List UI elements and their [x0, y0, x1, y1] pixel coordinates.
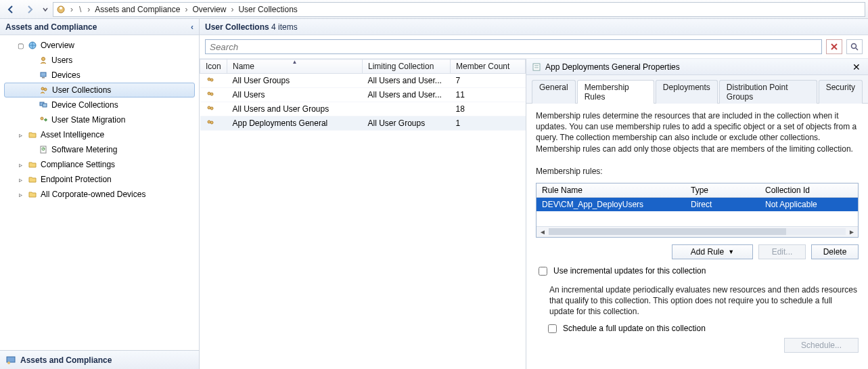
svg-point-20	[208, 92, 210, 95]
tab-general[interactable]: General	[532, 80, 576, 104]
nav-back-button[interactable]	[3, 2, 19, 17]
chevron-right-icon: ›	[85, 5, 92, 14]
tree-item-label: Compliance Settings	[41, 160, 115, 169]
search-button[interactable]	[846, 39, 863, 54]
tree-item-overview[interactable]: ▢Overview	[0, 38, 199, 53]
incremental-checkbox[interactable]	[539, 267, 547, 276]
table-row[interactable]: All Users and User Groups18	[200, 102, 526, 116]
migration-icon	[38, 114, 49, 125]
scroll-right-icon[interactable]: ►	[847, 228, 856, 236]
sidebar-title: Assets and Compliance ‹	[0, 19, 199, 35]
tree-item-users[interactable]: Users	[0, 53, 199, 68]
metering-icon	[38, 144, 49, 155]
tree-item-endpoint-protection[interactable]: ▹Endpoint Protection	[0, 172, 199, 187]
svg-line-17	[856, 48, 858, 50]
row-count: 1	[451, 116, 526, 131]
properties-title: App Deployments General Properties	[545, 62, 680, 72]
nav-forward-button[interactable]	[22, 2, 38, 17]
table-row[interactable]: All UsersAll Users and User...11	[200, 88, 526, 102]
address-bar[interactable]: › \ › Assets and Compliance › Overview ›…	[53, 2, 865, 17]
tree-item-all-corporate-owned-devices[interactable]: ▹All Corporate-owned Devices	[0, 187, 199, 202]
nav-history-dropdown[interactable]	[41, 2, 50, 17]
breadcrumb-item[interactable]: Overview	[192, 5, 226, 14]
rules-column-header[interactable]: Rule Name	[536, 183, 685, 198]
main-title: User Collections 4 items	[200, 19, 868, 35]
svg-point-22	[208, 106, 210, 109]
main: User Collections 4 items IconNameLimitin…	[200, 19, 868, 369]
tree-item-device-collections[interactable]: Device Collections	[0, 97, 199, 112]
rules-column-header[interactable]: Type	[685, 183, 760, 198]
tree-item-compliance-settings[interactable]: ▹Compliance Settings	[0, 157, 199, 172]
tree-item-user-collections[interactable]: User Collections	[4, 83, 195, 97]
tree-expander[interactable]: ▹	[16, 161, 24, 169]
table-row[interactable]: App Deployments GeneralAll User Groups1	[200, 116, 526, 131]
users-icon	[200, 74, 227, 88]
nav-tree: ▢OverviewUsersDevicesUser CollectionsDev…	[0, 35, 199, 350]
rules-column-header[interactable]: Collection Id	[760, 183, 858, 198]
breadcrumb-item[interactable]: Assets and Compliance	[95, 5, 180, 14]
rule-collid: Not Applicable	[760, 197, 858, 211]
tree-expander[interactable]: ▹	[16, 191, 24, 198]
column-header[interactable]: Name	[227, 60, 363, 74]
tab-security[interactable]: Security	[819, 80, 863, 104]
membership-rules-grid[interactable]: Rule NameTypeCollection Id DEV\CM_App_De…	[536, 183, 859, 238]
sidebar: Assets and Compliance ‹ ▢OverviewUsersDe…	[0, 19, 200, 369]
search-input[interactable]	[205, 39, 822, 54]
tree-item-software-metering[interactable]: Software Metering	[0, 142, 199, 157]
scroll-left-icon[interactable]: ◄	[538, 228, 547, 236]
globe-icon	[27, 40, 38, 51]
svg-point-7	[44, 88, 47, 91]
table-row[interactable]: All User GroupsAll Users and User...7	[200, 74, 526, 88]
chevron-right-icon: ›	[183, 5, 189, 14]
rules-scrollbar[interactable]: ◄ ►	[536, 226, 858, 237]
properties-header: App Deployments General Properties ✕	[526, 59, 868, 75]
properties-icon	[532, 62, 541, 72]
svg-point-23	[210, 107, 213, 110]
rule-row[interactable]: DEV\CM_App_DeployUsersDirectNot Applicab…	[536, 197, 858, 211]
tree-item-devices[interactable]: Devices	[0, 68, 199, 83]
tree-item-asset-intelligence[interactable]: ▹Asset Intelligence	[0, 127, 199, 142]
x-icon	[830, 43, 838, 51]
schedule-label: Schedule a full update on this collectio…	[563, 324, 706, 333]
schedule-button[interactable]: Schedule...	[784, 338, 859, 353]
sidebar-collapse-button[interactable]: ‹	[191, 22, 193, 32]
sidebar-title-text: Assets and Compliance	[5, 22, 97, 32]
collections-grid[interactable]: IconNameLimiting CollectionMember Count …	[200, 59, 526, 369]
search-icon	[850, 43, 859, 51]
tree-item-label: Users	[51, 56, 72, 65]
tab-membership-rules[interactable]: Membership Rules	[577, 80, 654, 104]
tree-item-label: All Corporate-owned Devices	[41, 190, 145, 199]
breadcrumb-root-icon	[56, 5, 66, 14]
add-rule-button[interactable]: Add Rule ▼	[672, 244, 753, 259]
sidebar-footer[interactable]: Assets and Compliance	[0, 350, 199, 369]
properties-close-button[interactable]: ✕	[850, 62, 863, 72]
tree-item-label: Devices	[51, 70, 81, 80]
row-name: All Users	[227, 88, 363, 102]
tree-expander[interactable]: ▹	[16, 131, 24, 139]
schedule-checkbox[interactable]	[548, 324, 557, 333]
svg-rect-5	[42, 77, 45, 79]
users-icon	[200, 116, 227, 131]
svg-point-21	[210, 93, 213, 95]
tree-item-user-state-migration[interactable]: User State Migration	[0, 112, 199, 127]
rule-name: DEV\CM_App_DeployUsers	[536, 197, 685, 211]
column-header[interactable]: Icon	[200, 60, 227, 74]
breadcrumb-bar: › \ › Assets and Compliance › Overview ›…	[0, 0, 868, 19]
search-clear-button[interactable]	[826, 39, 842, 54]
tree-expander[interactable]: ▹	[16, 176, 24, 183]
devices-icon	[38, 100, 49, 110]
svg-rect-14	[7, 357, 15, 362]
breadcrumb-item[interactable]: User Collections	[238, 5, 297, 14]
folder-icon	[27, 129, 38, 140]
delete-rule-button[interactable]: Delete	[811, 244, 859, 259]
row-name: All User Groups	[227, 74, 363, 88]
tree-expander[interactable]: ▢	[16, 42, 24, 49]
svg-rect-9	[43, 104, 47, 107]
column-header[interactable]: Member Count	[451, 60, 526, 74]
tab-deployments[interactable]: Deployments	[656, 80, 718, 104]
column-header[interactable]: Limiting Collection	[363, 60, 451, 74]
tab-distribution-point-groups[interactable]: Distribution Point Groups	[719, 80, 817, 104]
edit-rule-button[interactable]: Edit...	[758, 244, 806, 259]
svg-point-6	[41, 87, 44, 90]
users-icon	[200, 88, 227, 102]
